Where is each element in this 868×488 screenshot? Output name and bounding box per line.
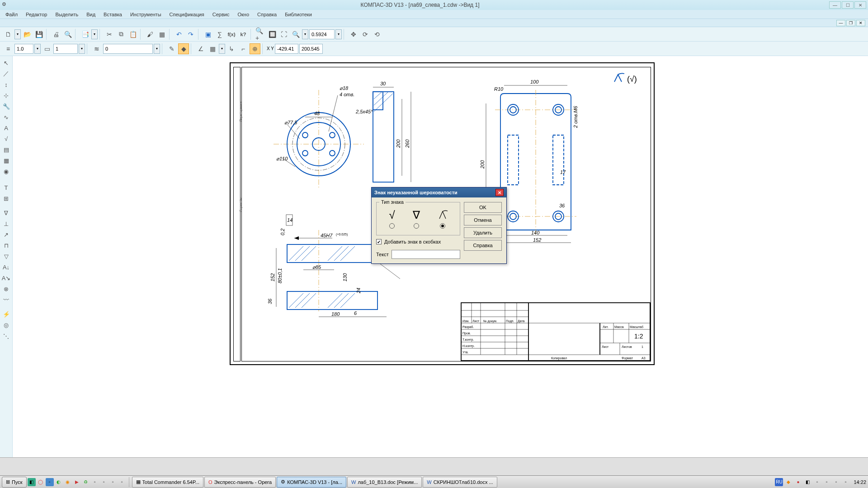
- menu-window[interactable]: Окно: [234, 11, 253, 18]
- dialog-close-button[interactable]: ✕: [495, 189, 504, 196]
- ortho-icon[interactable]: ⌐: [238, 43, 249, 54]
- tool-text-icon[interactable]: T: [1, 183, 11, 192]
- style-icon[interactable]: ▭: [42, 43, 52, 54]
- ql-11[interactable]: ▫: [118, 478, 126, 486]
- tool-curve-icon[interactable]: ∿: [1, 112, 11, 122]
- lcs-icon[interactable]: ↳: [226, 43, 237, 54]
- tool-rough-icon[interactable]: √: [1, 134, 11, 144]
- ql-10[interactable]: ▫: [109, 478, 117, 486]
- tool-arrow-icon[interactable]: A↓: [1, 262, 11, 272]
- tool-table-icon[interactable]: ▤: [1, 145, 11, 155]
- task-word2[interactable]: WСКРИНШОТлаб10.docx ...: [423, 477, 497, 488]
- zoom-input[interactable]: [309, 29, 335, 39]
- text-input[interactable]: [392, 250, 460, 259]
- menu-libraries[interactable]: Библиотеки: [281, 11, 316, 18]
- tool-select-icon[interactable]: ↖: [1, 58, 11, 68]
- drawing-canvas[interactable]: Перв. примен. Справ. № (√): [13, 56, 868, 457]
- mdi-minimize[interactable]: —: [836, 20, 845, 26]
- rotate-icon[interactable]: ⟳: [360, 29, 371, 40]
- tool-lightning-icon[interactable]: ⚡: [1, 309, 11, 319]
- undo-icon[interactable]: ↶: [174, 29, 184, 40]
- ql-4[interactable]: ◐: [55, 478, 63, 486]
- tool-more-icon[interactable]: ⋱: [1, 331, 11, 341]
- preview-icon[interactable]: 🔍: [62, 29, 73, 40]
- delete-button[interactable]: Удалить: [464, 227, 502, 238]
- sign3-radio[interactable]: [440, 223, 445, 229]
- zoom-prev-icon[interactable]: 🔍: [290, 29, 301, 40]
- mdi-close[interactable]: ✕: [856, 20, 865, 26]
- minimize-button[interactable]: —: [829, 1, 841, 9]
- tray-1[interactable]: ◆: [784, 478, 793, 486]
- menu-service[interactable]: Сервис: [209, 11, 233, 18]
- maximize-button[interactable]: ☐: [842, 1, 854, 9]
- zoom-prev-drop[interactable]: ▾: [302, 29, 308, 39]
- start-button[interactable]: ⊞ Пуск: [2, 477, 27, 488]
- layer-input[interactable]: [103, 44, 153, 54]
- sign1-radio[interactable]: [389, 223, 395, 229]
- print-icon[interactable]: 🖨: [51, 29, 61, 40]
- tray-3[interactable]: ◧: [803, 478, 811, 486]
- properties-icon[interactable]: ▦: [156, 29, 167, 40]
- ql-3[interactable]: ▫: [46, 478, 54, 486]
- cut-icon[interactable]: ✂: [104, 29, 115, 40]
- grid-drop[interactable]: ▾: [219, 44, 225, 54]
- manager-icon[interactable]: ▣: [203, 29, 213, 40]
- task-tc[interactable]: ▦Total Commander 6.54P...: [132, 477, 203, 488]
- spec-icon[interactable]: 📑: [80, 29, 90, 40]
- menu-tools[interactable]: Инструменты: [127, 11, 165, 18]
- paste-icon[interactable]: 📋: [127, 29, 138, 40]
- brackets-checkbox[interactable]: ✔: [376, 239, 382, 244]
- menu-spec[interactable]: Спецификация: [166, 11, 208, 18]
- tool-block-icon[interactable]: ▦: [1, 155, 11, 165]
- angle-icon[interactable]: ∠: [195, 43, 206, 54]
- tool-a-icon[interactable]: A: [1, 123, 11, 133]
- new-icon[interactable]: 🗋: [3, 29, 14, 40]
- spec-drop[interactable]: ▾: [91, 29, 98, 39]
- layer-icon[interactable]: ≋: [91, 43, 102, 54]
- sign-option-3[interactable]: [438, 209, 448, 230]
- tray-2[interactable]: ●: [794, 478, 802, 486]
- ql-2[interactable]: ◯: [37, 478, 45, 486]
- brush-icon[interactable]: 🖌: [145, 29, 156, 40]
- fx-icon[interactable]: f(x): [226, 29, 237, 40]
- tray-4[interactable]: ▫: [813, 478, 821, 486]
- task-kompas[interactable]: ⚙КОМПАС-3D V13 - [ла...: [277, 477, 346, 488]
- grid-icon[interactable]: ▦: [207, 43, 218, 54]
- tool-center-icon[interactable]: ⊗: [1, 284, 11, 294]
- sign2-radio[interactable]: [414, 223, 419, 229]
- save-icon[interactable]: 💾: [33, 29, 44, 40]
- copy-icon[interactable]: ⧉: [116, 29, 127, 40]
- lineweight-input[interactable]: [14, 44, 33, 54]
- tool-leader-icon[interactable]: ↗: [1, 230, 11, 239]
- clock[interactable]: 14:22: [854, 479, 866, 485]
- tool-dim-icon[interactable]: ↕: [1, 80, 11, 89]
- coord-x[interactable]: [275, 44, 298, 54]
- tray-5[interactable]: ▫: [822, 478, 830, 486]
- task-word1[interactable]: Wлаб_10_В13.doc [Режим...: [347, 477, 422, 488]
- ql-7[interactable]: ♻: [82, 478, 90, 486]
- coord-y[interactable]: [299, 44, 323, 54]
- tool-table2-icon[interactable]: ⊞: [1, 193, 11, 203]
- fill-icon[interactable]: ◆: [178, 43, 189, 54]
- tool-base-icon[interactable]: ⊥: [1, 219, 11, 229]
- redraw-icon[interactable]: ⟲: [372, 29, 382, 40]
- menu-view[interactable]: Вид: [83, 11, 99, 18]
- zoom-window-icon[interactable]: 🔲: [267, 29, 278, 40]
- close-button[interactable]: ✕: [854, 1, 866, 9]
- lw-drop[interactable]: ▾: [34, 44, 41, 54]
- edit-icon[interactable]: ✎: [166, 43, 177, 54]
- ql-5[interactable]: ◉: [64, 478, 72, 486]
- zoom-in-icon[interactable]: 🔍+: [255, 29, 266, 40]
- tool-tol-icon[interactable]: ⊓: [1, 240, 11, 250]
- lang-indicator[interactable]: RU: [775, 478, 783, 486]
- snap-icon[interactable]: ⊕: [250, 43, 260, 54]
- tool-mark-icon[interactable]: ▽: [1, 251, 11, 261]
- move-icon[interactable]: ✥: [348, 29, 359, 40]
- menu-file[interactable]: Файл: [2, 11, 21, 18]
- style-input[interactable]: [53, 44, 78, 54]
- tool-rough2-icon[interactable]: ∇: [1, 208, 11, 218]
- tool-target-icon[interactable]: ◎: [1, 320, 11, 330]
- mdi-restore[interactable]: ❐: [846, 20, 855, 26]
- tool-line-icon[interactable]: ／: [1, 69, 11, 79]
- ql-8[interactable]: ▫: [91, 478, 99, 486]
